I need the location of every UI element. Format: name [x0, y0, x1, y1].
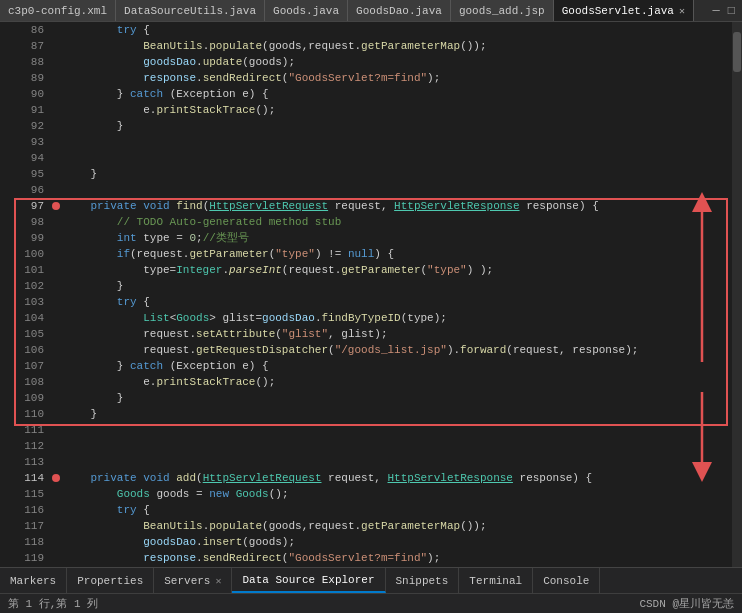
line-marker: [50, 150, 62, 166]
code-line: 109 }: [14, 390, 742, 406]
line-text: goodsDao.update(goods);: [62, 54, 742, 70]
code-line: 112: [14, 438, 742, 454]
line-num: 88: [14, 54, 50, 70]
line-text: [62, 422, 742, 438]
bottom-tab-servers[interactable]: Servers ✕: [154, 568, 232, 593]
tab-label: GoodsServlet.java: [562, 5, 674, 17]
line-text: }: [62, 406, 742, 422]
line-num: 119: [14, 550, 50, 566]
code-line-114: 114 private void add(HttpServletRequest …: [14, 470, 742, 486]
line-num: 116: [14, 502, 50, 518]
code-line: 86 try {: [14, 22, 742, 38]
line-num: 113: [14, 454, 50, 470]
tab-c3p0[interactable]: c3p0-config.xml: [0, 0, 116, 21]
tab-bar: c3p0-config.xml DataSourceUtils.java Goo…: [0, 0, 742, 22]
status-left: 第 1 行,第 1 列: [8, 596, 98, 611]
tab-close-icon[interactable]: ✕: [679, 5, 685, 17]
breakpoint-gutter: [0, 22, 14, 567]
line-num: 118: [14, 534, 50, 550]
tab-goodsdao[interactable]: GoodsDao.java: [348, 0, 451, 21]
tab-label: goods_add.jsp: [459, 5, 545, 17]
line-num: 98: [14, 214, 50, 230]
tab-datasource[interactable]: DataSourceUtils.java: [116, 0, 265, 21]
lines-container: 86 try { 87 BeanUtils.populate(goods,req…: [14, 22, 742, 567]
line-text: type=Integer.parseInt(request.getParamet…: [62, 262, 742, 278]
code-line: 98 // TODO Auto-generated method stub: [14, 214, 742, 230]
tab-label: Goods.java: [273, 5, 339, 17]
line-num: 110: [14, 406, 50, 422]
line-text: } catch (Exception e) {: [62, 358, 742, 374]
tab-goodsservlet[interactable]: GoodsServlet.java ✕: [554, 0, 694, 21]
bottom-tab-terminal[interactable]: Terminal: [459, 568, 533, 593]
bottom-tab-datasource[interactable]: Data Source Explorer: [232, 568, 385, 593]
line-marker: [50, 70, 62, 86]
line-text: [62, 134, 742, 150]
code-line: 101 type=Integer.parseInt(request.getPar…: [14, 262, 742, 278]
line-num: 103: [14, 294, 50, 310]
tab-label: Snippets: [396, 575, 449, 587]
line-text: }: [62, 166, 742, 182]
bottom-tab-snippets[interactable]: Snippets: [386, 568, 460, 593]
line-marker: [50, 134, 62, 150]
line-marker: [50, 550, 62, 566]
line-text: e.printStackTrace();: [62, 374, 742, 390]
code-line: 90 } catch (Exception e) {: [14, 86, 742, 102]
minimize-icon[interactable]: ─: [710, 4, 723, 18]
mini-scrollbar[interactable]: [732, 22, 742, 567]
code-line: 91 e.printStackTrace();: [14, 102, 742, 118]
code-line: 93: [14, 134, 742, 150]
line-marker: [50, 374, 62, 390]
maximize-icon[interactable]: □: [725, 4, 738, 18]
bottom-tab-properties[interactable]: Properties: [67, 568, 154, 593]
code-line: 95 }: [14, 166, 742, 182]
line-num: 117: [14, 518, 50, 534]
code-line: 96: [14, 182, 742, 198]
line-text: }: [62, 118, 742, 134]
code-line: 116 try {: [14, 502, 742, 518]
tab-label: Data Source Explorer: [242, 574, 374, 586]
line-text: Goods goods = new Goods();: [62, 486, 742, 502]
code-line: 88 goodsDao.update(goods);: [14, 54, 742, 70]
line-text: int type = 0;//类型号: [62, 230, 742, 246]
bottom-tab-console[interactable]: Console: [533, 568, 600, 593]
tab-label: Markers: [10, 575, 56, 587]
code-scroll[interactable]: 86 try { 87 BeanUtils.populate(goods,req…: [14, 22, 742, 567]
line-marker: [50, 38, 62, 54]
code-line-97: 97 private void find(HttpServletRequest …: [14, 198, 742, 214]
code-line: 103 try {: [14, 294, 742, 310]
line-text: [62, 182, 742, 198]
line-num: 112: [14, 438, 50, 454]
window-controls: ─ □: [706, 0, 742, 21]
tab-goods[interactable]: Goods.java: [265, 0, 348, 21]
line-marker: [50, 246, 62, 262]
line-num: 100: [14, 246, 50, 262]
tab-close-icon[interactable]: ✕: [215, 575, 221, 587]
tab-label: Console: [543, 575, 589, 587]
line-marker: [50, 54, 62, 70]
code-line: 105 request.setAttribute("glist", glist)…: [14, 326, 742, 342]
line-num: 94: [14, 150, 50, 166]
line-num: 96: [14, 182, 50, 198]
line-text: goodsDao.insert(goods);: [62, 534, 742, 550]
line-marker: [50, 358, 62, 374]
line-num: 105: [14, 326, 50, 342]
bottom-tab-markers[interactable]: Markers: [0, 568, 67, 593]
line-marker: [50, 390, 62, 406]
line-text: response.sendRedirect("GoodsServlet?m=fi…: [62, 550, 742, 566]
line-num: 115: [14, 486, 50, 502]
code-line: 108 e.printStackTrace();: [14, 374, 742, 390]
line-num: 111: [14, 422, 50, 438]
line-text: private void add(HttpServletRequest requ…: [62, 470, 742, 486]
line-num: 89: [14, 70, 50, 86]
code-line: 107 } catch (Exception e) {: [14, 358, 742, 374]
code-line: 119 response.sendRedirect("GoodsServlet?…: [14, 550, 742, 566]
line-marker: [50, 118, 62, 134]
line-text: }: [62, 278, 742, 294]
line-marker: [50, 534, 62, 550]
tab-goodsadd[interactable]: goods_add.jsp: [451, 0, 554, 21]
line-marker: [50, 502, 62, 518]
line-text: BeanUtils.populate(goods,request.getPara…: [62, 38, 742, 54]
line-text: [62, 438, 742, 454]
line-marker: [50, 102, 62, 118]
line-text: BeanUtils.populate(goods,request.getPara…: [62, 518, 742, 534]
